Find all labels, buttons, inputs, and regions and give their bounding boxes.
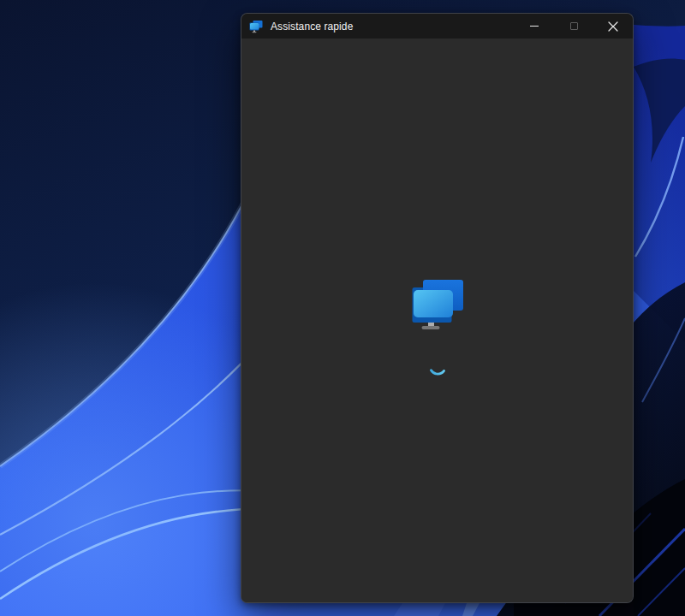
close-icon (608, 21, 618, 32)
window-content (241, 38, 633, 602)
window-title: Assistance rapide (271, 21, 353, 33)
quick-assist-logo-icon (412, 280, 463, 329)
quick-assist-app-icon (249, 20, 263, 33)
title-bar[interactable]: Assistance rapide (241, 14, 633, 38)
maximize-button[interactable] (554, 14, 593, 38)
loading-spinner-icon (429, 369, 446, 376)
monitor-stand-base (421, 326, 439, 329)
monitor-stand-stem (428, 323, 434, 327)
caption-buttons (515, 14, 633, 38)
minimize-button[interactable] (515, 14, 554, 38)
minimize-icon (530, 26, 539, 27)
maximize-icon (570, 22, 578, 30)
quick-assist-app-icon-graphic (249, 20, 263, 33)
close-button[interactable] (593, 14, 633, 38)
quick-assist-window: Assistance rapide (241, 13, 634, 603)
loading-area (412, 264, 463, 376)
